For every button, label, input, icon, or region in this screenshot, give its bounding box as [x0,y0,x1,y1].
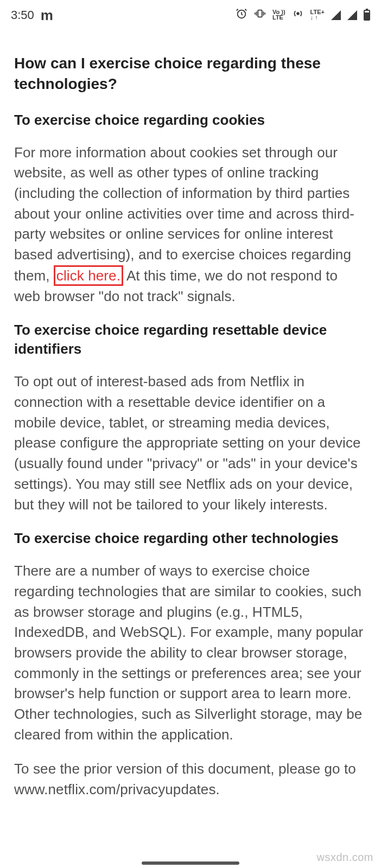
svg-point-2 [297,12,299,15]
svg-rect-1 [258,10,262,17]
click-here-link[interactable]: click here. [56,267,120,284]
status-time: 3:50 [11,8,34,22]
battery-icon [364,10,370,21]
click-here-highlight: click here. [54,265,123,286]
heading-resettable: To exercise choice regarding resettable … [14,321,367,359]
watermark-text: wsxdn.com [316,851,373,864]
vibrate-icon [254,8,266,23]
lteplus-bottom: ↓ ↑ [310,15,325,21]
status-left: 3:50 m [11,7,52,24]
page-content: How can I exercise choice regarding thes… [0,30,381,820]
nav-handle[interactable] [142,861,239,865]
heading-other: To exercise choice regarding other techn… [14,529,367,548]
status-bar: 3:50 m Vo )) LTE LTE+ ↓ ↑ [0,0,381,30]
paragraph-other: There are a number of ways to exercise c… [14,561,367,745]
lte-plus-icon: LTE+ ↓ ↑ [310,10,325,21]
volte-bottom: LTE [272,15,285,21]
signal-2-icon [347,10,357,20]
app-m-icon: m [41,7,52,24]
hotspot-icon [292,8,304,23]
paragraph-prior: To see the prior version of this documen… [14,759,367,800]
para-cookies-a: For more information about cookies set t… [14,144,354,284]
signal-1-icon [331,10,341,20]
paragraph-cookies: For more information about cookies set t… [14,143,367,307]
paragraph-resettable: To opt out of interest-based ads from Ne… [14,372,367,515]
volte-icon: Vo )) LTE [272,10,285,21]
status-right: Vo )) LTE LTE+ ↓ ↑ [236,8,370,23]
alarm-icon [236,8,247,23]
heading-cookies: To exercise choice regarding cookies [14,111,367,130]
heading-main: How can I exercise choice regarding thes… [14,53,367,94]
